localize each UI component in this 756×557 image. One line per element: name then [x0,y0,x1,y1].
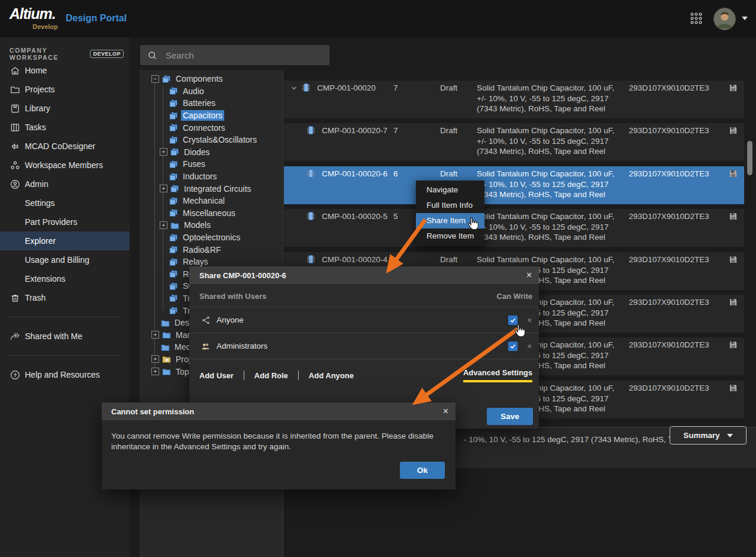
expander-spacer [160,161,166,168]
sidebar-item-shared-with-me[interactable]: Shared with Me [0,327,130,346]
add-actions: Add UserAdd RoleAdd Anyone [199,371,354,380]
sidebar-item-label: Trash [25,293,46,302]
item-status: Draft [440,83,457,92]
altium-logo[interactable]: Altium. [9,5,56,22]
develop-badge: DEVELOP [90,50,124,58]
tree-item-inductors[interactable]: Inductors [140,170,283,183]
chevron-down-icon[interactable] [742,17,748,20]
tree-item-fuses[interactable]: Fuses [140,158,283,170]
library-icon [9,102,25,114]
can-write-label: Can Write [497,292,532,301]
sidebar-item-home[interactable]: Home [0,61,130,80]
menu-item-full-item-info[interactable]: Full Item Info [416,198,484,213]
plus-expander-icon[interactable]: + [151,355,159,363]
write-permission-checkbox[interactable] [508,315,518,325]
close-icon[interactable]: × [526,271,532,280]
tree-item-models[interactable]: +Models [140,219,283,231]
tree-item-audio[interactable]: Audio [140,85,283,98]
tree-item-connectors[interactable]: Connectors [140,121,283,134]
menu-item-navigate[interactable]: Navigate [416,182,484,198]
apps-grid-icon[interactable] [690,12,703,25]
item-part-number: 293D107X9010D2TE3 [629,384,709,392]
expander-spacer [160,307,166,314]
ok-button[interactable]: Ok [400,462,445,479]
advanced-settings-link[interactable]: Advanced Settings [463,368,532,382]
trash-icon [9,292,25,304]
item-part-number: 293D107X9010D2TE3 [629,255,709,264]
sidebar-item-explorer[interactable]: Explorer [0,231,130,250]
folders-icon [169,306,181,315]
sidebar-item-tasks[interactable]: Tasks [0,118,130,137]
tree-item-components[interactable]: −Components [140,73,283,85]
sidebar-item-projects[interactable]: Projects [0,80,130,99]
item-part-number: 293D107X9010D2TE3 [629,298,709,307]
minus-expander-icon[interactable]: − [151,75,159,83]
add-user-button[interactable]: Add User [199,371,234,380]
tree-item-batteries[interactable]: Batteries [140,97,283,110]
table-row[interactable]: CMP-001-00020-55DraftSolid Tantalum Chip… [284,209,744,247]
error-dialog-header: Cannot set permission × [102,403,455,420]
sidebar-item-trash[interactable]: Trash [0,288,130,307]
tree-item-integrated-circuits[interactable]: +Integrated Circuits [140,182,283,195]
sidebar-item-mcad-codesigner[interactable]: MCAD CoDesigner [0,137,130,156]
table-row[interactable]: CMP-001-00020-77DraftSolid Tantalum Chip… [284,123,744,161]
sidebar-item-settings[interactable]: Settings [0,194,130,213]
share-dialog-header: Share CMP-001-00020-6 × [189,266,539,284]
sidebar-item-admin[interactable]: Admin [0,175,130,194]
error-dialog: Cannot set permission × You cannot remov… [102,403,455,490]
plus-expander-icon[interactable]: + [151,368,159,375]
user-avatar[interactable] [713,8,736,30]
table-row[interactable]: CMP-001-000207DraftSolid Tantalum Chip C… [284,81,744,118]
tree-item-label: Components [174,73,224,84]
tree-item-miscellaneous[interactable]: Miscellaneous [140,207,283,220]
tree-item-diodes[interactable]: +Diodes [140,146,283,159]
tree-item-crystals-oscillators[interactable]: Crystals&Oscillators [140,134,283,146]
chevron-down-icon[interactable] [290,85,298,92]
summary-view-dropdown[interactable]: Summary [670,426,747,445]
sidebar-item-library[interactable]: Library [0,99,130,118]
folders-icon [169,123,181,132]
expander-spacer [160,210,166,216]
sidebar-item-workspace-members[interactable]: Workspace Members [0,156,130,175]
table-row[interactable]: CMP-001-00020-66DraftSolid Tantalum Chip… [284,166,744,204]
tree-item-optoelectronics[interactable]: Optoelectronics [140,231,283,244]
close-icon[interactable]: × [443,407,448,416]
menu-item-share-item[interactable]: Share Item [416,213,484,228]
add-anyone-button[interactable]: Add Anyone [309,371,354,380]
save-button[interactable]: Save [487,408,533,425]
summary-text: - 10%, 10 V, -55 to 125 degC, 2917 (7343… [464,435,685,444]
expander-spacer [160,295,166,301]
sidebar-item-extensions[interactable]: Extensions [0,269,130,288]
tree-item-mechanical[interactable]: Mechanical [140,195,283,207]
sidebar-item-usage-and-billing[interactable]: Usage and Billing [0,250,130,269]
menu-item-remove-item[interactable]: Remove Item [416,228,484,244]
write-permission-checkbox[interactable] [508,342,518,351]
search-input[interactable] [164,50,322,61]
item-part-number: 293D107X9010D2TE3 [629,126,709,135]
item-revision: 5 [393,212,398,221]
remove-entry-icon[interactable]: × [525,342,534,351]
add-role-button[interactable]: Add Role [254,371,288,380]
sidebar-item-part-providers[interactable]: Part Providers [0,213,130,231]
folders-icon [170,147,182,156]
shared-icon [9,330,25,342]
scrollbar-thumb[interactable] [747,141,752,175]
svg-text:?: ? [14,372,17,378]
item-description: Solid Tantalum Chip Capacitor, 100 uF,+/… [477,125,614,157]
users-group-icon [201,342,217,351]
expander-spacer [160,234,166,241]
tree-item-label: Audio [181,86,206,96]
design-portal-title[interactable]: Design Portal [66,13,127,24]
plus-expander-icon[interactable]: + [151,331,159,339]
sidebar-item-help-and-resources[interactable]: ?Help and Resources [0,365,130,384]
plus-expander-icon[interactable]: + [160,185,167,192]
chip-icon [306,255,315,264]
remove-entry-icon[interactable]: × [525,315,534,325]
item-name: CMP-001-00020-6 [322,169,387,178]
altium-develop-label: Develop [33,23,58,30]
expander-spacer [160,112,166,119]
tree-item-radio-rf[interactable]: Radio&RF [140,243,283,256]
plus-expander-icon[interactable]: + [160,148,167,156]
tree-item-capacitors[interactable]: Capacitors [140,110,283,122]
plus-expander-icon[interactable]: + [160,221,167,229]
